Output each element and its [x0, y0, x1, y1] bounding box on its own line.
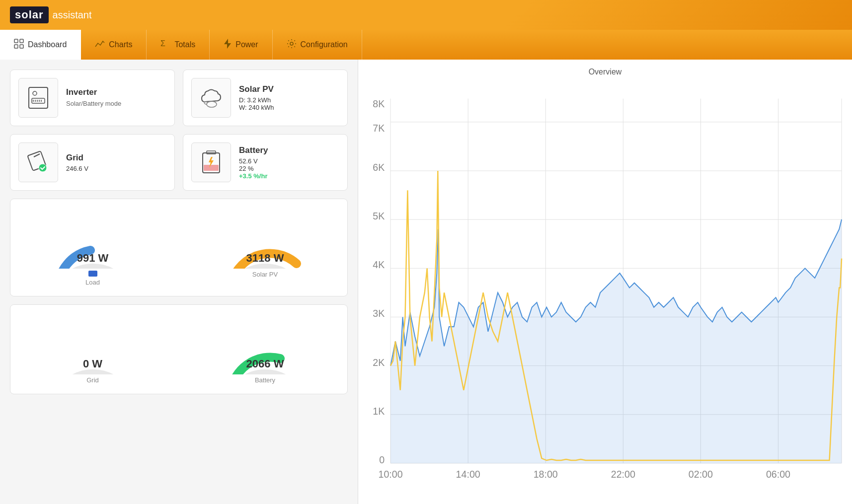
power-icon: [224, 39, 232, 51]
svg-point-15: [207, 101, 217, 107]
svg-rect-1: [20, 39, 23, 43]
battery-gauge-wrapper: 2066 W: [216, 315, 315, 374]
svg-text:Σ: Σ: [160, 39, 165, 48]
grid-gauge-value: 0 W: [83, 358, 102, 370]
tab-power-label: Power: [235, 40, 258, 49]
svg-rect-2: [14, 45, 18, 48]
svg-text:22:00: 22:00: [611, 469, 635, 480]
inverter-icon-box: [18, 78, 58, 118]
svg-text:1K: 1K: [373, 406, 385, 417]
grid-gauge: 0 W Grid: [10, 310, 175, 389]
cloud-svg-icon: [198, 84, 225, 111]
logo-assistant: assistant: [53, 9, 92, 21]
tab-configuration-label: Configuration: [301, 40, 348, 49]
cards-row-1: Inverter Solar/Battery mode Solar PV D: …: [10, 70, 348, 126]
inverter-title: Inverter: [66, 87, 166, 97]
svg-point-6: [290, 42, 293, 45]
battery-gauge: 2066 W Battery: [183, 310, 347, 389]
svg-line-17: [34, 154, 40, 157]
right-panel: Overview 0 1K 2K 3K 4K 5K 6K 7K 8K: [358, 60, 852, 504]
tab-power[interactable]: Power: [210, 30, 272, 60]
svg-text:02:00: 02:00: [689, 469, 713, 480]
solar-pv-icon-box: [191, 78, 231, 118]
load-gauge-label: Load: [85, 279, 100, 286]
grid-gauge-wrapper: 0 W: [43, 315, 143, 374]
chart-title: Overview: [366, 68, 844, 76]
load-gauge-wrapper: 991 W: [43, 209, 143, 269]
svg-text:2K: 2K: [373, 357, 385, 368]
solar-pv-line2: W: 240 kWh: [239, 104, 339, 111]
nav-bar: Dashboard Charts Σ Totals Power Configur…: [0, 30, 852, 60]
dashboard-icon: [14, 39, 24, 51]
logo-solar: solar: [10, 6, 49, 23]
tab-dashboard-label: Dashboard: [28, 40, 67, 49]
svg-text:18:00: 18:00: [534, 469, 558, 480]
solar-pv-gauge-wrapper: 3118 W: [216, 209, 315, 269]
battery-title: Battery: [239, 145, 339, 155]
tab-charts[interactable]: Charts: [81, 30, 147, 60]
main-content: Inverter Solar/Battery mode Solar PV D: …: [0, 60, 852, 504]
svg-point-8: [33, 91, 37, 95]
svg-point-18: [39, 164, 47, 172]
inverter-card: Inverter Solar/Battery mode: [10, 70, 175, 126]
header: solar assistant: [0, 0, 852, 30]
svg-rect-9: [32, 98, 45, 103]
svg-text:0: 0: [379, 454, 385, 465]
solar-pv-gauge-label: Solar PV: [252, 271, 278, 278]
tab-dashboard[interactable]: Dashboard: [0, 30, 81, 60]
battery-voltage: 52.6 V: [239, 157, 339, 165]
load-gauge: 991 W Load: [10, 204, 175, 291]
tab-configuration[interactable]: Configuration: [273, 30, 362, 60]
grid-voltage: 246.6 V: [66, 165, 166, 172]
tab-totals[interactable]: Σ Totals: [147, 30, 210, 60]
battery-icon-box: [191, 143, 231, 182]
grid-gauge-label: Grid: [86, 376, 99, 384]
load-gauge-value: 991 W: [77, 252, 109, 265]
load-indicator: [88, 271, 97, 277]
totals-icon: Σ: [160, 39, 170, 51]
svg-marker-5: [224, 39, 231, 49]
svg-text:7K: 7K: [373, 123, 385, 134]
svg-text:6K: 6K: [373, 162, 385, 173]
battery-card: Battery 52.6 V 22 % +3.5 %/hr: [183, 134, 348, 191]
charts-icon: [95, 39, 105, 51]
battery-gauge-label: Battery: [255, 376, 275, 384]
battery-info: Battery 52.6 V 22 % +3.5 %/hr: [239, 145, 339, 180]
svg-text:8K: 8K: [373, 98, 385, 109]
svg-rect-7: [29, 87, 48, 108]
left-panel: Inverter Solar/Battery mode Solar PV D: …: [0, 60, 358, 504]
svg-text:10:00: 10:00: [379, 469, 403, 480]
solar-pv-card: Solar PV D: 3.2 kWh W: 240 kWh: [183, 70, 348, 126]
cards-row-2: Grid 246.6 V Battery 52.6 V: [10, 134, 348, 191]
svg-text:14:00: 14:00: [456, 469, 480, 480]
chart-area: 0 1K 2K 3K 4K 5K 6K 7K 8K: [366, 81, 844, 496]
solar-pv-info: Solar PV D: 3.2 kWh W: 240 kWh: [239, 84, 339, 111]
grid-plug-svg-icon: [25, 149, 52, 176]
grid-card: Grid 246.6 V: [10, 134, 175, 191]
solar-pv-line1: D: 3.2 kWh: [239, 96, 339, 104]
grid-title: Grid: [66, 153, 166, 163]
svg-rect-21: [204, 165, 219, 171]
battery-svg-icon: [198, 149, 225, 176]
tab-totals-label: Totals: [174, 40, 195, 49]
overview-chart-svg: 0 1K 2K 3K 4K 5K 6K 7K 8K: [366, 81, 844, 496]
battery-percent: 22 %: [239, 165, 339, 172]
svg-text:06:00: 06:00: [766, 469, 790, 480]
solar-pv-title: Solar PV: [239, 84, 339, 94]
svg-text:3K: 3K: [373, 308, 385, 319]
gauges-row-2: 0 W Grid 2066 W Battery: [10, 304, 348, 394]
grid-icon-box: [18, 143, 58, 182]
inverter-subtitle: Solar/Battery mode: [66, 99, 166, 108]
svg-text:4K: 4K: [373, 259, 385, 270]
gauges-row-1: 991 W Load 3118 W: [10, 199, 348, 296]
logo: solar assistant: [0, 0, 102, 30]
inverter-info: Inverter Solar/Battery mode: [66, 87, 166, 108]
svg-text:5K: 5K: [373, 211, 385, 221]
grid-info: Grid 246.6 V: [66, 153, 166, 172]
tab-charts-label: Charts: [109, 40, 132, 49]
svg-rect-3: [20, 45, 23, 48]
config-icon: [287, 39, 297, 51]
solar-pv-gauge: 3118 W Solar PV: [183, 204, 347, 291]
inverter-svg-icon: [25, 84, 52, 111]
svg-rect-0: [14, 39, 18, 43]
